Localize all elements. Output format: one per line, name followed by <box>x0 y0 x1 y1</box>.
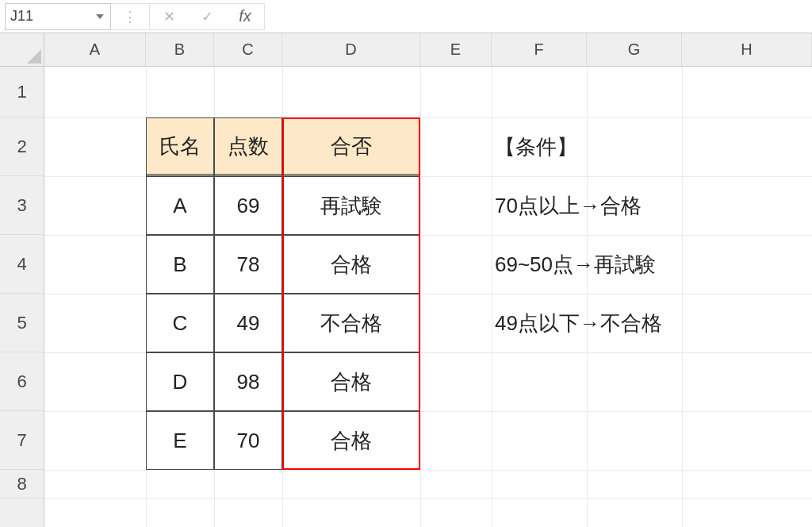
table-row[interactable]: 70 <box>214 411 282 470</box>
cancel-icon: ✕ <box>150 8 188 25</box>
column-header[interactable]: E <box>420 33 492 66</box>
table-row[interactable]: 69 <box>214 176 282 235</box>
notes-title[interactable]: 【条件】 <box>495 117 685 176</box>
table-row[interactable]: 再試験 <box>282 176 420 235</box>
table-row[interactable]: 不合格 <box>282 294 420 352</box>
notes-line[interactable]: 69~50点→再試験 <box>495 235 812 294</box>
row-header[interactable]: 3 <box>0 176 44 235</box>
table-row[interactable]: 49 <box>214 294 282 352</box>
column-header[interactable]: A <box>44 33 146 66</box>
cells-area[interactable]: 氏名 点数 合否 A 69 再試験 B 78 合格 C 49 不合格 D 98 … <box>44 67 812 527</box>
notes-line[interactable]: 70点以上→合格 <box>495 176 812 235</box>
table-row[interactable]: E <box>146 411 214 470</box>
name-box-dropdown-icon[interactable] <box>94 11 105 22</box>
formula-input[interactable] <box>265 3 807 30</box>
name-box[interactable]: J11 <box>5 3 111 30</box>
table-row[interactable]: C <box>146 294 214 352</box>
column-header[interactable]: D <box>282 33 420 66</box>
table-header-score[interactable]: 点数 <box>214 117 282 176</box>
table-row[interactable]: 合格 <box>282 235 420 294</box>
column-header[interactable]: F <box>492 33 587 66</box>
column-headers: ABCDEFGH <box>44 33 812 67</box>
notes-line[interactable]: 49点以下→不合格 <box>495 294 812 352</box>
row-headers: 12345678 <box>0 67 44 527</box>
row-header[interactable]: 4 <box>0 235 44 294</box>
row-header[interactable]: 7 <box>0 411 44 470</box>
row-header[interactable]: 6 <box>0 352 44 411</box>
table-row[interactable]: 78 <box>214 235 282 294</box>
fx-icon[interactable]: fx <box>226 7 264 25</box>
table-row[interactable]: 98 <box>214 352 282 411</box>
table-header-result[interactable]: 合否 <box>282 117 420 176</box>
column-header[interactable]: C <box>214 33 282 66</box>
row-header[interactable]: 5 <box>0 294 44 352</box>
table-row[interactable]: B <box>146 235 214 294</box>
table-header-name[interactable]: 氏名 <box>146 117 214 176</box>
table-row[interactable]: 合格 <box>282 352 420 411</box>
name-box-value: J11 <box>10 8 33 25</box>
table-row[interactable]: D <box>146 352 214 411</box>
expand-dots-icon: ⋮ <box>111 8 149 25</box>
table-row[interactable]: 合格 <box>282 411 420 470</box>
row-header[interactable]: 2 <box>0 117 44 176</box>
column-header[interactable]: H <box>682 33 812 66</box>
column-header[interactable]: B <box>146 33 214 66</box>
row-header[interactable]: 8 <box>0 470 44 498</box>
confirm-icon: ✓ <box>188 8 226 25</box>
row-header[interactable]: 1 <box>0 67 44 117</box>
column-header[interactable]: G <box>587 33 682 66</box>
select-all-corner[interactable] <box>0 33 44 67</box>
table-row[interactable]: A <box>146 176 214 235</box>
formula-bar: J11 ⋮ ✕ ✓ fx <box>0 0 812 33</box>
